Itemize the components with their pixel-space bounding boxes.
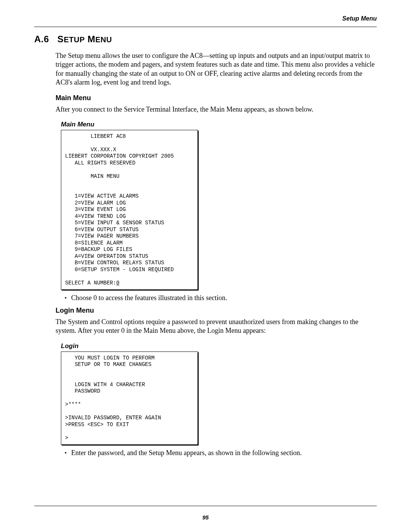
main-menu-terminal-body: LIEBERT AC8 VX.XXX.X LIEBERT CORPORATION… bbox=[65, 133, 174, 273]
main-menu-bullet: Choose 0 to access the features illustra… bbox=[65, 294, 377, 302]
section-number: A.6 bbox=[34, 34, 49, 45]
login-menu-bullet-text: Enter the password, and the Setup Menu a… bbox=[71, 449, 302, 457]
top-rule bbox=[34, 27, 377, 27]
running-head: Setup Menu bbox=[34, 15, 377, 22]
main-menu-lead: After you connect to the Service Termina… bbox=[56, 105, 377, 114]
main-menu-terminal: LIEBERT AC8 VX.XXX.X LIEBERT CORPORATION… bbox=[61, 130, 198, 290]
login-menu-bullet: Enter the password, and the Setup Menu a… bbox=[65, 449, 377, 457]
main-menu-caption: Main Menu bbox=[61, 121, 377, 128]
page-number: 95 bbox=[0, 514, 411, 521]
section-title: A.6SETUP MENU bbox=[34, 34, 377, 45]
login-menu-lead: The System and Control options require a… bbox=[56, 318, 377, 335]
section-title-text: SETUP MENU bbox=[57, 34, 112, 44]
login-menu-heading: Login Menu bbox=[56, 307, 377, 315]
intro-paragraph: The Setup menu allows the user to config… bbox=[56, 51, 377, 87]
bottom-rule bbox=[34, 506, 377, 506]
main-menu-prompt-prefix: SELECT A NUMBER: bbox=[65, 280, 116, 286]
main-menu-prompt-value: 0 bbox=[116, 280, 119, 286]
login-menu-caption: Login bbox=[61, 342, 377, 350]
page: Setup Menu A.6SETUP MENU The Setup menu … bbox=[0, 0, 411, 532]
main-menu-heading: Main Menu bbox=[56, 94, 377, 102]
main-menu-bullet-text: Choose 0 to access the features illustra… bbox=[71, 294, 227, 302]
login-menu-terminal: YOU MUST LOGIN TO PERFORM SETUP OR TO MA… bbox=[61, 351, 198, 445]
